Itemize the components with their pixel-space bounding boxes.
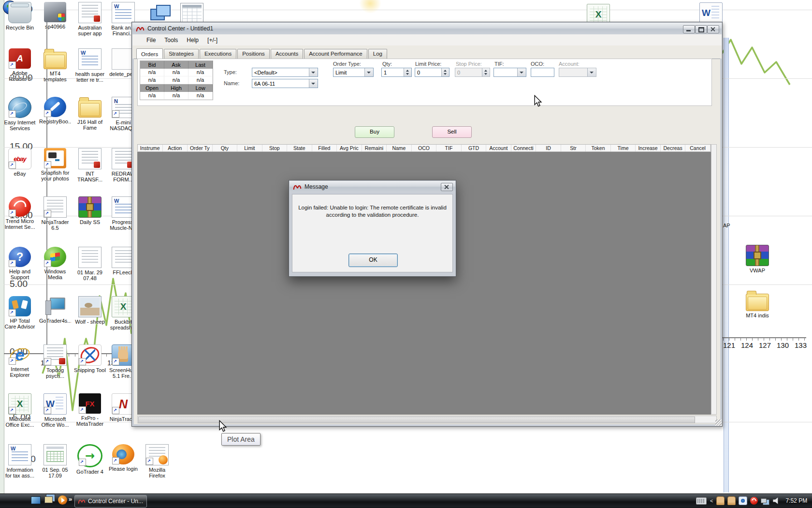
desktop-icon-microsoft-office-wo[interactable]: WMicrosoft Office Wo... bbox=[39, 393, 71, 428]
column-header-token[interactable]: Token bbox=[586, 145, 611, 151]
column-header-action[interactable]: Action bbox=[163, 145, 188, 151]
desktop-icon-mozilla-firefox[interactable]: Mozilla Firefox bbox=[141, 444, 173, 478]
window-switcher-icon[interactable] bbox=[44, 496, 53, 503]
column-header-account[interactable]: Account bbox=[486, 145, 511, 151]
column-header-cancel[interactable]: Cancel bbox=[685, 145, 710, 151]
tab-log[interactable]: Log bbox=[368, 49, 387, 59]
buy-button[interactable]: Buy bbox=[355, 126, 394, 138]
chevron-down-icon[interactable] bbox=[309, 68, 318, 76]
media-player-icon[interactable] bbox=[58, 495, 67, 505]
column-header-str[interactable]: Str bbox=[561, 145, 586, 151]
column-header-decreas[interactable]: Decreas bbox=[661, 145, 686, 151]
column-header-tif[interactable]: TIF bbox=[436, 145, 462, 151]
desktop-icon-01-mar-29-07-48[interactable]: 01 Mar. 29 07.48 bbox=[74, 247, 106, 281]
spinner-arrows-icon[interactable] bbox=[404, 68, 411, 76]
column-header-time[interactable]: Time bbox=[611, 145, 636, 151]
keyboard-icon[interactable] bbox=[696, 497, 707, 505]
desktop-icon-wolf-sheep[interactable]: Wolf - sheep bbox=[74, 296, 106, 325]
chevron-down-icon[interactable] bbox=[309, 79, 318, 88]
desktop-icon-ninjatrader-6-5[interactable]: NinjaTrader 6.5 bbox=[39, 196, 71, 231]
tray-chevron-icon[interactable]: < bbox=[710, 498, 713, 504]
volume-icon[interactable] bbox=[773, 497, 781, 505]
dialog-title-bar[interactable]: Message bbox=[290, 181, 455, 193]
column-header-filled[interactable]: Filled bbox=[312, 145, 337, 151]
sun-glow[interactable] bbox=[354, 0, 386, 14]
table-grid-icon[interactable] bbox=[176, 3, 208, 24]
desktop-icon-adobe-reader-8[interactable]: AAdobe Reader 8 bbox=[4, 48, 36, 82]
column-header-avg-pric[interactable]: Avg Pric bbox=[337, 145, 362, 151]
menu-file[interactable]: File bbox=[142, 35, 160, 45]
menu-[interactable]: [+/-] bbox=[203, 35, 222, 45]
desktop-icon-daily-ss[interactable]: Daily SS bbox=[74, 196, 106, 225]
desktop-icon-easy-internet-services[interactable]: Easy Internet Services bbox=[4, 97, 36, 131]
desktop-icon-j16-hall-of-fame[interactable]: J16 Hall of Fame bbox=[74, 97, 106, 131]
desktop-icon-mt4-templates[interactable]: MT4 templates bbox=[39, 48, 71, 82]
chevron-down-icon[interactable] bbox=[517, 68, 526, 76]
column-header-id[interactable]: ID bbox=[536, 145, 561, 151]
column-header-remaini[interactable]: Remaini bbox=[362, 145, 387, 151]
close-button[interactable] bbox=[707, 25, 719, 33]
show-desktop-icon[interactable] bbox=[31, 496, 41, 504]
resize-grip[interactable] bbox=[715, 419, 722, 426]
column-header-limit[interactable]: Limit bbox=[237, 145, 262, 151]
column-header-stop[interactable]: Stop bbox=[262, 145, 288, 151]
desktop-icon-windows-media-center[interactable]: Windows Media Center bbox=[39, 247, 71, 281]
desktop-icon-recycle-bin[interactable]: Recycle Bin bbox=[4, 2, 36, 30]
oco-input[interactable] bbox=[531, 68, 554, 77]
desktop-icon-hp-total-care-advisor[interactable]: HP Total Care Advisor bbox=[4, 296, 36, 329]
desktop-icon-int-transf[interactable]: INT TRANSF... bbox=[74, 148, 106, 182]
column-header-state[interactable]: State bbox=[287, 145, 312, 151]
desktop-icon-mt4-indis[interactable]: MT4 indis bbox=[741, 290, 773, 318]
limit-price-stepper[interactable]: 0 bbox=[415, 68, 450, 77]
tab-orders[interactable]: Orders bbox=[136, 48, 163, 59]
desktop-icon-information-for-tax-ass[interactable]: WInformation for tax ass... bbox=[4, 444, 36, 478]
tab-account-performance[interactable]: Account Performance bbox=[304, 49, 367, 59]
menu-help[interactable]: Help bbox=[182, 35, 203, 45]
desktop-icon-01-sep-05-17-09[interactable]: 01 Sep. 05 17.09 bbox=[39, 444, 71, 478]
chevron-down-icon[interactable] bbox=[364, 68, 373, 76]
instrument-combo[interactable]: 6A 06-11 bbox=[252, 79, 318, 88]
desktop-icon-gotrader4s[interactable]: GoTrader4s... bbox=[39, 296, 71, 324]
qty-stepper[interactable]: 1 bbox=[381, 68, 412, 77]
hand-1-icon[interactable] bbox=[716, 496, 725, 505]
desktop-icon-snapfish-for-your-photos[interactable]: Snapfish for your photos bbox=[39, 148, 71, 181]
column-header-instrume[interactable]: Instrume bbox=[138, 145, 163, 151]
clock[interactable]: 7:52 PM bbox=[785, 497, 807, 504]
tab-accounts[interactable]: Accounts bbox=[271, 49, 303, 59]
column-header-qty[interactable]: Qty bbox=[213, 145, 238, 151]
desktop-icon-trend-micro-internet-se[interactable]: Trend Micro Internet Se... bbox=[4, 196, 36, 230]
tab-executions[interactable]: Executions bbox=[200, 49, 236, 59]
desktop-icon-topdog-psych[interactable]: Topdog psych... bbox=[39, 344, 71, 379]
column-header-connecti[interactable]: Connecti bbox=[511, 145, 536, 151]
network-icon[interactable] bbox=[761, 497, 770, 505]
desktop-icon-registryboo[interactable]: RegistryBoo... bbox=[39, 97, 71, 124]
desktop-icon-gotrader-4[interactable]: →GoTrader 4 bbox=[74, 444, 106, 475]
desktop-icon-vwap[interactable]: VWAP bbox=[741, 245, 773, 273]
type-combo[interactable]: <Default> bbox=[252, 68, 318, 77]
desktop-icon-fxpro-metatrader[interactable]: FXFxPro - MetaTrader bbox=[74, 393, 106, 427]
desktop-icon-please-login[interactable]: Please login bbox=[107, 444, 139, 472]
tif-combo[interactable] bbox=[493, 68, 526, 77]
desktop-icon-microsoft-office-exc[interactable]: XMicrosoft Office Exc... bbox=[4, 393, 36, 428]
column-header-order-ty[interactable]: Order Ty bbox=[188, 145, 213, 151]
maximize-button[interactable] bbox=[695, 25, 707, 33]
overlapping-windows-icon[interactable] bbox=[144, 4, 176, 24]
desktop-icon-health-super-letter-re-tr[interactable]: Whealth super letter re tr... bbox=[74, 48, 106, 83]
column-header-gtd[interactable]: GTD bbox=[462, 145, 487, 151]
spinner-arrows-icon[interactable] bbox=[441, 68, 449, 76]
minimize-button[interactable] bbox=[683, 25, 695, 33]
dialog-close-button[interactable] bbox=[441, 183, 453, 191]
desktop-icon-snipping-tool[interactable]: Snipping Tool bbox=[74, 344, 106, 373]
desktop-icon-help-and-support[interactable]: ?Help and Support bbox=[4, 247, 36, 280]
desktop-icon-australian-super-app[interactable]: Australian super app bbox=[74, 2, 106, 36]
window-title-bar[interactable]: Control Center - Untitled1 bbox=[132, 23, 722, 34]
photo-tool-icon[interactable] bbox=[739, 496, 747, 505]
menu-tools[interactable]: Tools bbox=[160, 35, 182, 45]
desktop-icon-internet-explorer[interactable]: eInternet Explorer bbox=[4, 344, 36, 378]
trend-micro-icon[interactable] bbox=[750, 497, 758, 505]
quicklaunch-overflow-chevron[interactable]: » bbox=[69, 495, 72, 503]
tab-strategies[interactable]: Strategies bbox=[164, 49, 199, 59]
vertical-scrollbar[interactable] bbox=[711, 144, 717, 415]
word-file-icon[interactable]: W bbox=[695, 2, 727, 24]
hand-2-icon[interactable] bbox=[727, 496, 736, 505]
